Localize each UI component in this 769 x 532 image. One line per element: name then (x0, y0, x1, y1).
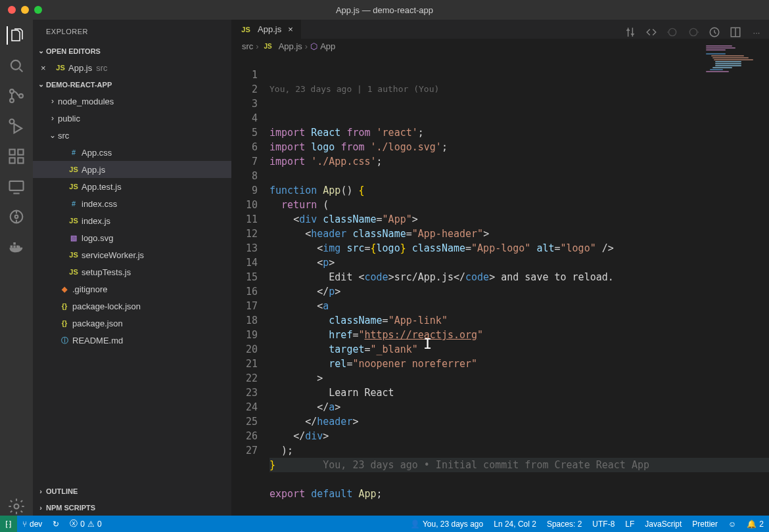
sync-button[interactable]: ↻ (47, 516, 64, 532)
more-actions-icon[interactable]: ··· (751, 26, 762, 38)
file-serviceWorker.js[interactable]: JSserviceWorker.js (33, 246, 231, 263)
code-line-7[interactable]: <div className="App"> (269, 212, 769, 227)
js-file-icon: JS (67, 268, 80, 276)
traffic-minimize-icon[interactable] (21, 6, 29, 14)
css-file-icon: # (67, 148, 80, 156)
code-line-23[interactable]: ); (269, 443, 769, 458)
code-line-12[interactable]: </p> (269, 284, 769, 299)
eol[interactable]: LF (620, 516, 640, 532)
code-line-4[interactable] (269, 169, 769, 183)
code-line-17[interactable]: rel="noopener noreferrer" (269, 357, 769, 371)
next-change-icon[interactable] (687, 26, 699, 38)
code-editor[interactable]: 1234567891011121314151617181920212223242… (231, 53, 769, 516)
titlebar: App.js — demo-react-app (0, 0, 769, 20)
file-index.css[interactable]: #index.css (33, 195, 231, 212)
sync-icon: ↻ (53, 520, 59, 529)
code-line-21[interactable]: </header> (269, 414, 769, 429)
minimap[interactable] (703, 45, 769, 97)
statusbar: ⁅⁆ ⑂dev ↻ ⓧ0 ⚠0 👤You, 23 days ago Ln 24,… (0, 516, 769, 532)
go-back-icon[interactable] (645, 26, 657, 38)
section-outline[interactable]: › OUTLINE (33, 483, 231, 499)
code-line-25[interactable] (269, 472, 769, 487)
folder-public[interactable]: ›public (33, 110, 231, 127)
file-package-lock.json[interactable]: {}package-lock.json (33, 298, 231, 315)
file-README.md[interactable]: ⓘREADME.md (33, 332, 231, 349)
file-setupTests.js[interactable]: JSsetupTests.js (33, 263, 231, 280)
file-package.json[interactable]: {}package.json (33, 315, 231, 332)
code-line-24[interactable]: } You, 23 days ago • Initial commit from… (269, 458, 769, 472)
code-line-16[interactable]: target="_blank" (269, 342, 769, 357)
source-control-icon[interactable] (7, 87, 26, 105)
file-.gitignore[interactable]: ◆.gitignore (33, 280, 231, 298)
code-line-1[interactable]: import React from 'react'; (269, 125, 769, 140)
problems[interactable]: ⓧ0 ⚠0 (64, 516, 106, 532)
file-index.js[interactable]: JSindex.js (33, 212, 231, 229)
activity-bar (0, 20, 33, 516)
code-line-10[interactable]: <p> (269, 255, 769, 270)
code-line-6[interactable]: return ( (269, 198, 769, 212)
file-App.test.js[interactable]: JSApp.test.js (33, 178, 231, 195)
file-App.css[interactable]: #App.css (33, 144, 231, 161)
traffic-close-icon[interactable] (8, 6, 16, 14)
code-line-19[interactable]: Learn React (269, 386, 769, 400)
section-open-editors[interactable]: ⌄ OPEN EDITORS (33, 43, 231, 59)
svg-point-0 (11, 60, 20, 70)
code-line-26[interactable]: export default App; (269, 487, 769, 501)
split-editor-icon[interactable] (730, 26, 741, 38)
cursor-position[interactable]: Ln 24, Col 2 (488, 516, 542, 532)
remote-indicator[interactable]: ⁅⁆ (0, 516, 17, 532)
git-branch[interactable]: ⑂dev (17, 516, 47, 532)
gitlens-icon[interactable] (7, 208, 26, 226)
remote-icon: ⁅⁆ (5, 520, 12, 529)
extensions-icon[interactable] (7, 147, 26, 166)
indentation[interactable]: Spaces: 2 (542, 516, 587, 532)
search-icon[interactable] (7, 56, 26, 75)
code-line-27[interactable] (269, 501, 769, 516)
js-file-icon: JS (262, 43, 275, 50)
svg-rect-15 (13, 242, 16, 245)
code-line-13[interactable]: <a (269, 299, 769, 313)
js-file-icon: JS (67, 251, 80, 259)
code-line-11[interactable]: Edit <code>src/App.js</code> and save to… (269, 270, 769, 284)
traffic-zoom-icon[interactable] (34, 6, 42, 14)
code-line-9[interactable]: <img src={logo} className="App-logo" alt… (269, 241, 769, 255)
svg-point-3 (19, 94, 23, 98)
compare-changes-icon[interactable] (624, 26, 636, 38)
folder-src[interactable]: ⌄src (33, 127, 231, 144)
docker-icon[interactable] (7, 238, 26, 256)
gitlens-authors[interactable]: You, 23 days ago | 1 author (You) (269, 82, 769, 97)
prettier-status[interactable]: Prettier (687, 516, 723, 532)
open-editor-item[interactable]: ×JSApp.jssrc (33, 59, 231, 76)
file-logo.svg[interactable]: ▧logo.svg (33, 229, 231, 246)
debug-icon[interactable] (7, 117, 26, 135)
code-line-20[interactable]: </a> (269, 400, 769, 414)
gitlens-blame[interactable]: 👤You, 23 days ago (405, 516, 488, 532)
remote-explorer-icon[interactable] (7, 177, 26, 196)
revision-icon[interactable] (709, 26, 720, 38)
folder-node_modules[interactable]: ›node_modules (33, 93, 231, 110)
close-icon[interactable]: × (41, 63, 51, 73)
settings-gear-icon[interactable] (7, 497, 26, 516)
notifications[interactable]: 🔔2 (741, 516, 769, 532)
code-line-5[interactable]: function App() { (269, 183, 769, 198)
section-project[interactable]: ⌄ DEMO-REACT-APP (33, 76, 231, 93)
svg-rect-8 (18, 150, 23, 155)
code-line-15[interactable]: href="https://reactjs.org" (269, 328, 769, 342)
section-npm-scripts[interactable]: › NPM SCRIPTS (33, 499, 231, 516)
file-App.js[interactable]: JSApp.js (33, 161, 231, 178)
tab-app-js[interactable]: JS App.js × (231, 20, 302, 39)
close-icon[interactable]: × (288, 24, 293, 34)
svg-point-4 (10, 120, 14, 124)
code-line-8[interactable]: <header className="App-header"> (269, 227, 769, 241)
code-line-14[interactable]: className="App-link" (269, 313, 769, 328)
code-line-22[interactable]: </div> (269, 429, 769, 443)
code-line-3[interactable]: import './App.css'; (269, 154, 769, 169)
breadcrumbs[interactable]: src › JS App.js › ⬡ App (231, 39, 769, 53)
encoding[interactable]: UTF-8 (587, 516, 620, 532)
language-mode[interactable]: JavaScript (640, 516, 687, 532)
prev-change-icon[interactable] (666, 26, 678, 38)
code-line-18[interactable]: > (269, 371, 769, 386)
feedback-icon[interactable]: ☺ (723, 516, 741, 532)
explorer-icon[interactable] (7, 26, 25, 45)
code-line-2[interactable]: import logo from './logo.svg'; (269, 140, 769, 154)
